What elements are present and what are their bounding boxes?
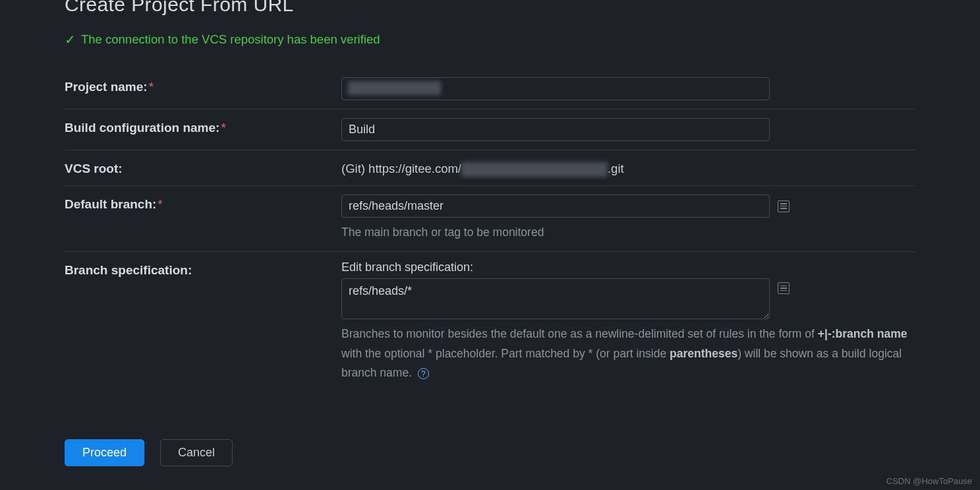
branch-spec-textarea[interactable] <box>341 278 770 319</box>
branch-spec-label: Branch specification: <box>65 260 341 278</box>
list-icon[interactable] <box>778 282 790 294</box>
redacted-text: xxxxx xxxx xxx xx <box>348 81 441 95</box>
branch-spec-sublabel: Edit branch specification: <box>341 260 915 274</box>
build-config-label: Build configuration name:* <box>65 118 341 135</box>
vcs-root-value: (Git) https://gitee.com/xxxxxxxxxxxxxxxx… <box>341 159 915 177</box>
watermark: CSDN @HowToPause <box>886 476 972 486</box>
checkmark-icon: ✓ <box>65 32 76 47</box>
branch-spec-help: Branches to monitor besides the default … <box>341 324 915 383</box>
vcs-root-label: VCS root: <box>65 159 341 176</box>
list-icon[interactable] <box>778 200 790 212</box>
row-project-name: Project name:* xxxxx xxxx xxx xx <box>65 69 915 109</box>
row-build-config: Build configuration name:* <box>65 109 915 150</box>
help-icon[interactable]: ? <box>418 368 429 379</box>
verification-message: ✓ The connection to the VCS repository h… <box>65 32 915 47</box>
default-branch-label: Default branch:* <box>65 195 341 212</box>
row-vcs-root: VCS root: (Git) https://gitee.com/xxxxxx… <box>65 150 915 186</box>
row-branch-spec: Branch specification: Edit branch specif… <box>65 252 915 392</box>
page-title: Create Project From URL <box>65 0 915 16</box>
verification-text: The connection to the VCS repository has… <box>81 32 380 47</box>
proceed-button[interactable]: Proceed <box>65 439 144 466</box>
default-branch-help: The main branch or tag to be monitored <box>341 223 915 243</box>
cancel-button[interactable]: Cancel <box>160 439 233 466</box>
default-branch-input[interactable] <box>341 195 770 218</box>
project-name-label: Project name:* <box>65 77 341 94</box>
redacted-text: xxxxxxxxxxxxxxxxxxxxxxxx <box>461 162 608 177</box>
build-config-input[interactable] <box>341 118 770 141</box>
button-row: Proceed Cancel <box>65 439 915 466</box>
row-default-branch: Default branch:* The main branch or tag … <box>65 186 915 252</box>
